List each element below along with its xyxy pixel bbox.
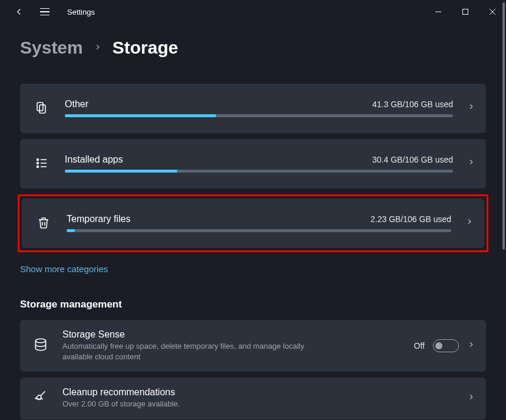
breadcrumb-parent[interactable]: System xyxy=(20,38,83,58)
storage-item-title: Other xyxy=(65,99,88,110)
broom-icon xyxy=(33,389,48,407)
scrollbar-thumb[interactable] xyxy=(502,2,505,250)
trash-icon xyxy=(35,216,52,230)
chevron-right-icon xyxy=(94,42,102,54)
chevron-right-icon xyxy=(467,158,475,168)
storage-sense-title: Storage Sense xyxy=(62,329,400,340)
other-icon xyxy=(33,101,51,115)
chevron-right-icon xyxy=(467,340,475,351)
progress-fill xyxy=(65,114,216,117)
back-button[interactable] xyxy=(13,6,25,18)
breadcrumb-current: Storage xyxy=(113,38,178,58)
chevron-right-icon xyxy=(467,102,475,113)
storage-item-other[interactable]: Other 41.3 GB/106 GB used xyxy=(20,84,486,133)
hamburger-menu-button[interactable] xyxy=(40,6,52,18)
scrollbar[interactable] xyxy=(500,0,506,420)
storage-item-title: Temporary files xyxy=(67,214,130,224)
cleanup-recommendations-card[interactable]: Cleanup recommendations Over 2.00 GB of … xyxy=(20,378,486,419)
storage-sense-desc: Automatically free up space, delete temp… xyxy=(62,341,322,362)
storage-item-installed-apps[interactable]: Installed apps 30.4 GB/106 GB used xyxy=(20,139,486,188)
progress-fill xyxy=(67,229,75,232)
titlebar: Settings xyxy=(0,0,506,24)
progress-fill xyxy=(65,170,177,173)
storage-sense-toggle-label: Off xyxy=(414,341,425,350)
storage-item-usage: 30.4 GB/106 GB used xyxy=(372,155,453,164)
window-title: Settings xyxy=(67,8,95,16)
storage-sense-card[interactable]: Storage Sense Automatically free up spac… xyxy=(20,320,486,372)
chevron-right-icon xyxy=(465,217,474,228)
svg-rect-1 xyxy=(463,9,468,15)
svg-rect-5 xyxy=(39,105,45,113)
maximize-button[interactable] xyxy=(452,0,479,24)
cleanup-desc: Over 2.00 GB of storage available. xyxy=(62,399,322,409)
storage-item-temporary-files[interactable]: Temporary files 2.23 GB/106 GB used xyxy=(22,199,484,248)
svg-point-8 xyxy=(37,166,39,168)
svg-point-6 xyxy=(37,159,39,161)
minimize-button[interactable] xyxy=(425,0,452,24)
svg-point-7 xyxy=(37,163,39,164)
apps-icon xyxy=(33,156,51,170)
breadcrumb: System Storage xyxy=(0,24,506,58)
storage-item-title: Installed apps xyxy=(65,154,123,165)
svg-point-14 xyxy=(35,339,45,343)
progress-bar xyxy=(65,114,453,117)
highlight-annotation: Temporary files 2.23 GB/106 GB used xyxy=(18,194,488,252)
storage-sense-toggle[interactable] xyxy=(433,339,459,352)
chevron-right-icon xyxy=(467,393,475,404)
svg-rect-4 xyxy=(37,102,43,111)
progress-bar xyxy=(65,170,453,173)
storage-item-usage: 41.3 GB/106 GB used xyxy=(372,100,453,109)
cleanup-title: Cleanup recommendations xyxy=(62,387,453,398)
storage-management-heading: Storage management xyxy=(20,299,486,310)
storage-sense-icon xyxy=(33,337,48,355)
window-controls xyxy=(425,0,506,24)
storage-item-usage: 2.23 GB/106 GB used xyxy=(371,214,451,224)
show-more-categories-link[interactable]: Show more categories xyxy=(20,264,108,274)
progress-bar xyxy=(67,229,451,232)
